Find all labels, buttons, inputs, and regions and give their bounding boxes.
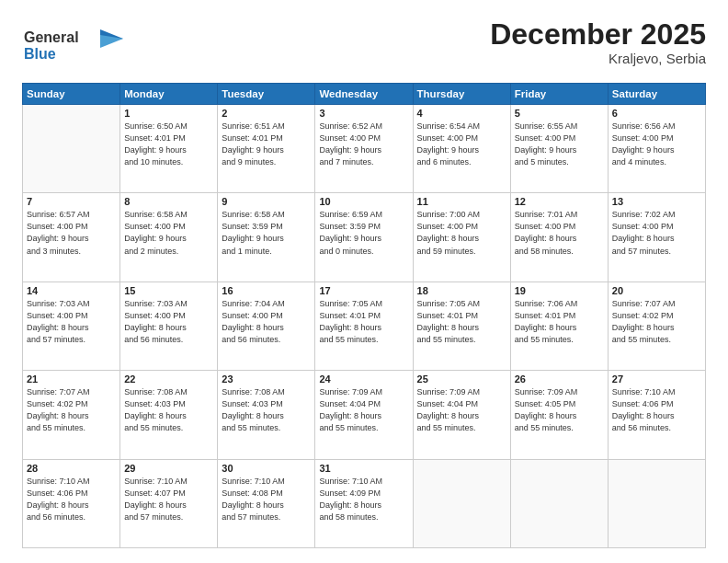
day-info: Sunrise: 7:05 AM Sunset: 4:01 PM Dayligh… — [417, 298, 506, 346]
calendar-cell — [608, 459, 705, 547]
calendar-cell: 7Sunrise: 6:57 AM Sunset: 4:00 PM Daylig… — [23, 193, 120, 282]
weekday-header: Sunday — [23, 84, 120, 105]
day-info: Sunrise: 6:59 AM Sunset: 3:59 PM Dayligh… — [319, 209, 408, 257]
calendar-cell: 30Sunrise: 7:10 AM Sunset: 4:08 PM Dayli… — [218, 459, 315, 547]
day-info: Sunrise: 7:05 AM Sunset: 4:01 PM Dayligh… — [319, 298, 408, 346]
calendar-cell: 1Sunrise: 6:50 AM Sunset: 4:01 PM Daylig… — [120, 105, 218, 193]
day-info: Sunrise: 7:10 AM Sunset: 4:08 PM Dayligh… — [222, 476, 311, 523]
calendar-cell: 11Sunrise: 7:00 AM Sunset: 4:00 PM Dayli… — [413, 193, 510, 282]
day-info: Sunrise: 7:10 AM Sunset: 4:09 PM Dayligh… — [319, 476, 408, 523]
day-number: 10 — [319, 196, 408, 207]
day-info: Sunrise: 6:56 AM Sunset: 4:00 PM Dayligh… — [612, 121, 701, 168]
calendar-cell: 21Sunrise: 7:07 AM Sunset: 4:02 PM Dayli… — [23, 371, 120, 459]
day-number: 17 — [319, 285, 408, 296]
day-info: Sunrise: 6:58 AM Sunset: 3:59 PM Dayligh… — [222, 209, 311, 257]
day-number: 28 — [27, 463, 116, 474]
day-info: Sunrise: 7:08 AM Sunset: 4:03 PM Dayligh… — [222, 386, 311, 434]
day-number: 8 — [124, 196, 213, 207]
header: General Blue December 2025 Kraljevo, Ser… — [22, 18, 706, 72]
calendar-cell: 5Sunrise: 6:55 AM Sunset: 4:00 PM Daylig… — [510, 105, 608, 193]
day-number: 15 — [124, 285, 213, 296]
day-info: Sunrise: 7:09 AM Sunset: 4:04 PM Dayligh… — [319, 386, 408, 434]
day-number: 3 — [319, 108, 408, 119]
logo-text: General Blue — [22, 22, 123, 72]
calendar-cell — [23, 105, 120, 193]
svg-marker-3 — [100, 35, 123, 48]
day-info: Sunrise: 7:02 AM Sunset: 4:00 PM Dayligh… — [612, 209, 701, 257]
day-number: 25 — [417, 373, 506, 385]
calendar-week-row: 7Sunrise: 6:57 AM Sunset: 4:00 PM Daylig… — [23, 193, 706, 282]
calendar-cell: 23Sunrise: 7:08 AM Sunset: 4:03 PM Dayli… — [218, 371, 315, 459]
day-number: 23 — [222, 373, 311, 385]
day-info: Sunrise: 6:57 AM Sunset: 4:00 PM Dayligh… — [27, 209, 116, 257]
svg-text:Blue: Blue — [24, 46, 56, 62]
day-info: Sunrise: 7:04 AM Sunset: 4:00 PM Dayligh… — [222, 298, 311, 346]
calendar-cell — [413, 459, 510, 547]
day-info: Sunrise: 6:52 AM Sunset: 4:00 PM Dayligh… — [319, 121, 408, 168]
month-title: December 2025 — [490, 18, 706, 51]
day-info: Sunrise: 7:10 AM Sunset: 4:06 PM Dayligh… — [612, 386, 701, 434]
calendar-cell: 24Sunrise: 7:09 AM Sunset: 4:04 PM Dayli… — [315, 371, 413, 459]
calendar-cell: 19Sunrise: 7:06 AM Sunset: 4:01 PM Dayli… — [510, 282, 608, 370]
day-number: 31 — [319, 463, 408, 474]
day-info: Sunrise: 6:55 AM Sunset: 4:00 PM Dayligh… — [515, 121, 604, 168]
day-number: 12 — [515, 196, 604, 207]
day-info: Sunrise: 7:08 AM Sunset: 4:03 PM Dayligh… — [124, 386, 213, 434]
calendar-cell: 25Sunrise: 7:09 AM Sunset: 4:04 PM Dayli… — [413, 371, 510, 459]
day-number: 18 — [417, 285, 506, 296]
calendar-cell: 18Sunrise: 7:05 AM Sunset: 4:01 PM Dayli… — [413, 282, 510, 370]
day-info: Sunrise: 7:07 AM Sunset: 4:02 PM Dayligh… — [27, 386, 116, 434]
day-number: 7 — [27, 196, 116, 207]
calendar-cell: 28Sunrise: 7:10 AM Sunset: 4:06 PM Dayli… — [23, 459, 120, 547]
day-info: Sunrise: 6:58 AM Sunset: 4:00 PM Dayligh… — [124, 209, 213, 257]
calendar-cell: 12Sunrise: 7:01 AM Sunset: 4:00 PM Dayli… — [510, 193, 608, 282]
calendar-cell: 29Sunrise: 7:10 AM Sunset: 4:07 PM Dayli… — [120, 459, 218, 547]
calendar-week-row: 1Sunrise: 6:50 AM Sunset: 4:01 PM Daylig… — [23, 105, 706, 193]
location: Kraljevo, Serbia — [490, 51, 706, 66]
day-number: 29 — [124, 463, 213, 474]
weekday-header-row: SundayMondayTuesdayWednesdayThursdayFrid… — [23, 84, 706, 105]
weekday-header: Saturday — [608, 84, 705, 105]
calendar-cell: 22Sunrise: 7:08 AM Sunset: 4:03 PM Dayli… — [120, 371, 218, 459]
svg-text:General: General — [24, 29, 79, 45]
calendar-cell: 26Sunrise: 7:09 AM Sunset: 4:05 PM Dayli… — [510, 371, 608, 459]
weekday-header: Tuesday — [218, 84, 315, 105]
day-number: 13 — [612, 196, 701, 207]
calendar-cell: 9Sunrise: 6:58 AM Sunset: 3:59 PM Daylig… — [218, 193, 315, 282]
day-number: 9 — [222, 196, 311, 207]
calendar-cell: 15Sunrise: 7:03 AM Sunset: 4:00 PM Dayli… — [120, 282, 218, 370]
calendar-cell: 20Sunrise: 7:07 AM Sunset: 4:02 PM Dayli… — [608, 282, 705, 370]
day-number: 24 — [319, 373, 408, 385]
day-number: 22 — [124, 373, 213, 385]
day-info: Sunrise: 7:09 AM Sunset: 4:04 PM Dayligh… — [417, 386, 506, 434]
day-number: 11 — [417, 196, 506, 207]
day-info: Sunrise: 7:10 AM Sunset: 4:06 PM Dayligh… — [27, 476, 116, 523]
day-number: 14 — [27, 285, 116, 296]
day-number: 6 — [612, 108, 701, 119]
day-info: Sunrise: 7:06 AM Sunset: 4:01 PM Dayligh… — [515, 298, 604, 346]
day-info: Sunrise: 6:54 AM Sunset: 4:00 PM Dayligh… — [417, 121, 506, 168]
weekday-header: Thursday — [413, 84, 510, 105]
weekday-header: Wednesday — [315, 84, 413, 105]
day-info: Sunrise: 7:10 AM Sunset: 4:07 PM Dayligh… — [124, 476, 213, 523]
day-number: 21 — [27, 373, 116, 385]
day-number: 2 — [222, 108, 311, 119]
logo: General Blue — [22, 22, 123, 72]
calendar-cell: 4Sunrise: 6:54 AM Sunset: 4:00 PM Daylig… — [413, 105, 510, 193]
day-info: Sunrise: 7:03 AM Sunset: 4:00 PM Dayligh… — [27, 298, 116, 346]
day-info: Sunrise: 7:09 AM Sunset: 4:05 PM Dayligh… — [515, 386, 604, 434]
day-number: 5 — [515, 108, 604, 119]
page: General Blue December 2025 Kraljevo, Ser… — [0, 0, 728, 563]
calendar-cell: 16Sunrise: 7:04 AM Sunset: 4:00 PM Dayli… — [218, 282, 315, 370]
calendar-week-row: 21Sunrise: 7:07 AM Sunset: 4:02 PM Dayli… — [23, 371, 706, 459]
calendar-cell: 3Sunrise: 6:52 AM Sunset: 4:00 PM Daylig… — [315, 105, 413, 193]
calendar-week-row: 28Sunrise: 7:10 AM Sunset: 4:06 PM Dayli… — [23, 459, 706, 547]
calendar-table: SundayMondayTuesdayWednesdayThursdayFrid… — [22, 83, 706, 548]
day-info: Sunrise: 6:50 AM Sunset: 4:01 PM Dayligh… — [124, 121, 213, 168]
day-info: Sunrise: 7:07 AM Sunset: 4:02 PM Dayligh… — [612, 298, 701, 346]
day-info: Sunrise: 6:51 AM Sunset: 4:01 PM Dayligh… — [222, 121, 311, 168]
calendar-cell: 31Sunrise: 7:10 AM Sunset: 4:09 PM Dayli… — [315, 459, 413, 547]
calendar-cell: 14Sunrise: 7:03 AM Sunset: 4:00 PM Dayli… — [23, 282, 120, 370]
calendar-cell: 17Sunrise: 7:05 AM Sunset: 4:01 PM Dayli… — [315, 282, 413, 370]
calendar-cell: 27Sunrise: 7:10 AM Sunset: 4:06 PM Dayli… — [608, 371, 705, 459]
